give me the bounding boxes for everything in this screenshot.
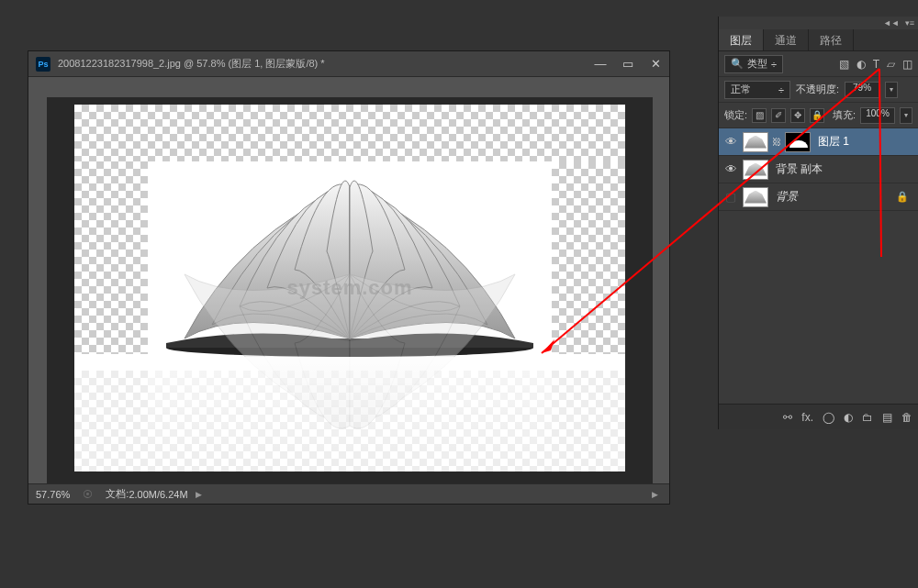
photoshop-icon: Ps [36,57,50,72]
opacity-input[interactable]: 79% [845,82,879,98]
canvas[interactable]: system.com [74,105,625,472]
layer-thumbnail[interactable] [743,187,768,207]
link-layers-icon[interactable]: ⚯ [783,411,792,424]
filter-shape-icon[interactable]: ▱ [887,58,895,71]
transparency-checker [552,161,625,354]
new-group-icon[interactable]: 🗀 [862,411,873,424]
fill-label: 填充: [833,108,856,122]
blend-opacity-row: 正常 ÷ 不透明度: 79% ▾ [719,77,918,103]
document-window: Ps 20081223182317998_2.jpg @ 57.8% (图层 1… [28,50,670,505]
canvas-area: system.com [47,97,653,492]
blend-mode-dropdown[interactable]: 正常 ÷ [724,81,790,99]
status-right-menu-icon[interactable]: ▶ [652,490,658,499]
dropdown-arrow-icon: ÷ [771,59,777,70]
fill-input[interactable]: 100% [860,107,895,124]
layers-empty-area [719,211,918,404]
panel-collapse-icon[interactable]: ◄◄ [883,18,900,28]
layer-row[interactable]: ▢ 背景 🔒 [719,183,918,211]
lock-all-icon[interactable]: 🔒 [810,108,824,123]
status-menu-icon[interactable]: ▶ [196,490,202,499]
doc-size-value: 2.00M/6.24M [129,489,187,500]
lock-transparency-icon[interactable]: ▨ [752,108,767,123]
add-mask-icon[interactable]: ◯ [823,411,834,424]
document-titlebar: Ps 20081223182317998_2.jpg @ 57.8% (图层 1… [28,51,669,77]
layer-name[interactable]: 图层 1 [818,134,849,150]
layers-panel-footer: ⚯ fx. ◯ ◐ 🗀 ▤ 🗑 [719,404,918,429]
document-title: 20081223182317998_2.jpg @ 57.8% (图层 1, 图… [58,57,594,71]
layer-thumbnail[interactable] [743,132,768,152]
layer-name[interactable]: 背景 [776,189,798,205]
mask-thumbnail[interactable] [785,132,811,152]
doc-size-label: 文档: [106,487,129,501]
opacity-label: 不透明度: [796,83,839,96]
layers-list: 👁 ⛓ 图层 1 👁 背景 副本 ▢ 背景 🔒 [719,128,918,211]
watermark: system.com [286,276,412,300]
opacity-stepper[interactable]: ▾ [885,82,898,98]
panels-dock: ◄◄ ▾≡ 图层 通道 路径 🔍 类型 ÷ ▧ ◐ T ▱ ◫ 正常 ÷ 不透明… [718,17,918,429]
close-button[interactable]: ✕ [649,58,662,71]
dropdown-arrow-icon: ÷ [778,84,784,95]
visibility-toggle-icon[interactable]: 👁 [722,134,739,150]
layer-fx-icon[interactable]: fx. [801,411,813,424]
transparency-checker [74,161,148,354]
book-reflection [148,357,552,472]
status-separator: ⦿ [83,489,93,500]
visibility-toggle-icon[interactable]: ▢ [722,189,739,205]
layer-row[interactable]: 👁 背景 副本 [719,156,918,183]
panel-menu-icon[interactable]: ▾≡ [905,18,914,28]
filter-adjust-icon[interactable]: ◐ [856,58,866,71]
mask-link-icon[interactable]: ⛓ [772,137,781,147]
visibility-toggle-icon[interactable]: 👁 [722,161,739,178]
panel-tabs: 图层 通道 路径 [719,29,918,51]
new-layer-icon[interactable]: ▤ [882,411,892,424]
maximize-button[interactable]: ▭ [621,58,634,71]
lock-icon: 🔒 [896,191,909,203]
layer-filter-row: 🔍 类型 ÷ ▧ ◐ T ▱ ◫ [719,51,918,77]
lock-fill-row: 锁定: ▨ ✐ ✥ 🔒 填充: 100% ▾ [719,103,918,128]
filter-type-icon[interactable]: T [873,58,879,71]
filter-type-dropdown[interactable]: 🔍 类型 ÷ [724,55,783,73]
minimize-button[interactable]: — [594,58,607,71]
filter-smart-icon[interactable]: ◫ [902,58,912,71]
delete-layer-icon[interactable]: 🗑 [901,411,912,424]
tab-paths[interactable]: 路径 [809,29,854,50]
filter-pixel-icon[interactable]: ▧ [839,58,849,71]
fill-stepper[interactable]: ▾ [900,107,912,124]
zoom-level[interactable]: 57.76% [36,489,70,500]
tab-layers[interactable]: 图层 [719,29,764,50]
tab-channels[interactable]: 通道 [764,29,809,50]
lock-label: 锁定: [724,108,747,122]
layer-name[interactable]: 背景 副本 [776,161,823,177]
lock-position-icon[interactable]: ✥ [790,108,805,123]
layer-thumbnail[interactable] [743,160,768,180]
layer-row[interactable]: 👁 ⛓ 图层 1 [719,128,918,156]
adjustment-layer-icon[interactable]: ◐ [844,411,853,424]
status-bar: 57.76% ⦿ 文档: 2.00M/6.24M ▶ ▶ [28,483,669,504]
lock-pixels-icon[interactable]: ✐ [771,108,786,123]
search-icon: 🔍 [731,58,744,70]
